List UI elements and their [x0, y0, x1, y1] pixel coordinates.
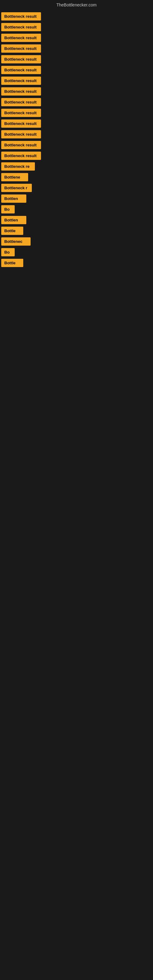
bottleneck-badge[interactable]: Bottleneck result — [1, 98, 41, 106]
bottleneck-badge[interactable]: Bottleneck result — [1, 141, 41, 149]
bottleneck-badge[interactable]: Bottleneck re — [1, 162, 35, 170]
bottleneck-badge[interactable]: Bottleneck result — [1, 130, 41, 138]
bottleneck-badge[interactable]: Bottleneck result — [1, 119, 41, 128]
bottleneck-badge[interactable]: Bottle — [1, 227, 23, 235]
bottleneck-badge[interactable]: Bottleneck result — [1, 55, 41, 64]
bottleneck-badge[interactable]: Bottleneck result — [1, 12, 41, 21]
bottleneck-badge[interactable]: Bo — [1, 248, 15, 256]
bottleneck-badge[interactable]: Bottleneck result — [1, 23, 41, 31]
bottleneck-badge[interactable]: Bo — [1, 205, 15, 213]
bottleneck-badge[interactable]: Bottleneck result — [1, 151, 41, 160]
bottleneck-badge[interactable]: Bottleneck r — [1, 184, 32, 192]
bottleneck-badge[interactable]: Bottleneck result — [1, 66, 41, 74]
bottleneck-badge[interactable]: Bottleneck result — [1, 45, 41, 52]
bottleneck-badge[interactable]: Bottlen — [1, 194, 26, 203]
bottleneck-badge[interactable]: Bottleneck result — [1, 34, 41, 42]
site-title: TheBottlenecker.com — [0, 0, 153, 10]
bottleneck-badge[interactable]: Bottleneck result — [1, 109, 41, 117]
bottleneck-badge[interactable]: Bottleneck result — [1, 87, 41, 95]
bottleneck-list: Bottleneck resultBottleneck resultBottle… — [0, 12, 153, 267]
site-header: TheBottlenecker.com — [0, 0, 153, 10]
bottleneck-badge[interactable]: Bottle — [1, 259, 23, 267]
bottleneck-badge[interactable]: Bottlen — [1, 216, 26, 224]
bottleneck-badge[interactable]: Bottleneck result — [1, 76, 41, 85]
bottleneck-badge[interactable]: Bottlenec — [1, 237, 30, 246]
bottleneck-badge[interactable]: Bottlene — [1, 173, 28, 181]
